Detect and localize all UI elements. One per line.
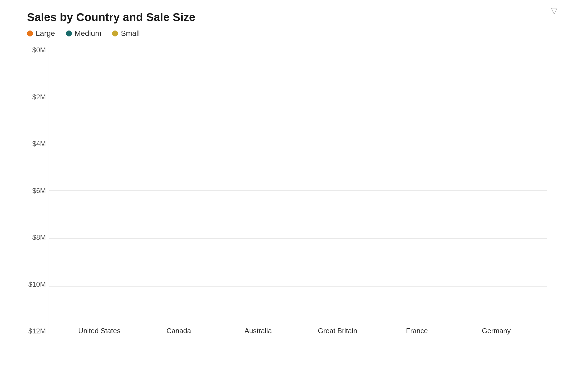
y-label-10m: $10M [28, 280, 46, 289]
y-label-6m: $6M [32, 187, 46, 195]
legend-label-medium: Medium [75, 29, 102, 38]
bars-area: United StatesCanadaAustraliaGreat Britai… [49, 46, 547, 335]
y-label-2m: $2M [32, 93, 46, 101]
legend-dot-large [27, 31, 33, 36]
chart-container: ▽ Sales by Country and Sale Size Large M… [0, 0, 563, 392]
chart-title: Sales by Country and Sale Size [27, 11, 547, 24]
legend-dot-small [112, 31, 118, 36]
country-group-germany: Germany [466, 322, 526, 335]
legend-item-small: Small [112, 29, 140, 38]
country-label: Great Britain [318, 327, 357, 335]
y-axis: $12M $10M $8M $6M $4M $2M $0M [27, 46, 49, 335]
y-label-12m: $12M [28, 327, 46, 335]
country-label: Canada [166, 327, 191, 335]
chart-area: $12M $10M $8M $6M $4M $2M $0M United Sta… [27, 46, 547, 357]
country-label: Australia [244, 327, 272, 335]
y-label-4m: $4M [32, 140, 46, 148]
legend: Large Medium Small [27, 29, 547, 38]
filter-icon[interactable]: ▽ [551, 5, 558, 16]
y-label-8m: $8M [32, 233, 46, 242]
country-label: Germany [482, 327, 511, 335]
country-group-great-britain: Great Britain [307, 322, 367, 335]
grid-and-bars: United StatesCanadaAustraliaGreat Britai… [49, 46, 547, 335]
country-label: United States [78, 327, 120, 335]
legend-item-medium: Medium [66, 29, 102, 38]
legend-label-small: Small [121, 29, 140, 38]
y-label-0m: $0M [32, 46, 46, 54]
country-group-canada: Canada [149, 322, 209, 335]
legend-item-large: Large [27, 29, 55, 38]
country-group-australia: Australia [228, 322, 288, 335]
country-group-france: France [387, 322, 447, 335]
legend-dot-medium [66, 31, 72, 36]
legend-label-large: Large [36, 29, 55, 38]
country-label: France [406, 327, 428, 335]
country-group-united-states: United States [69, 322, 129, 335]
